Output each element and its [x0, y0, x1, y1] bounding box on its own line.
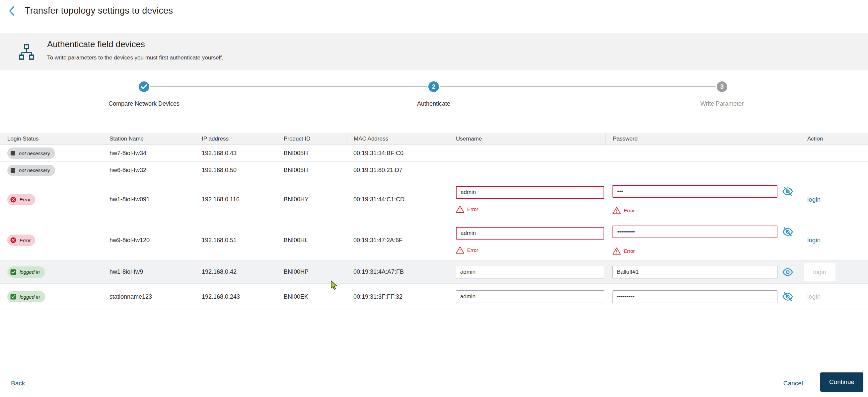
ip-address: 192.168.0.51 — [202, 237, 237, 244]
login-link[interactable]: login — [807, 196, 820, 203]
product-id: BNI00HP — [284, 268, 309, 276]
username-error-message: Error — [456, 205, 604, 213]
ip-address: 192.168.0.243 — [202, 293, 240, 300]
banner-title: Authenticate field devices — [47, 39, 223, 50]
mac-address: 00:19:31:80:21:D7 — [353, 167, 402, 174]
error-circle-icon — [10, 197, 16, 203]
warning-triangle-icon — [456, 246, 464, 254]
square-icon — [10, 168, 16, 173]
column-header-mac-address: MAC Address — [346, 133, 448, 144]
hide-password-button[interactable] — [781, 185, 795, 198]
table-row: Errorhw9-8iol-fw120192.168.0.51BNI00HL00… — [0, 220, 868, 260]
status-badge: logged in — [7, 266, 45, 278]
username-error-message: Error — [456, 246, 604, 254]
step-3-label: Write Parameter — [652, 100, 792, 107]
ip-address: 192.168.0.43 — [202, 150, 237, 157]
square-icon — [10, 150, 16, 156]
hide-password-button[interactable] — [781, 226, 795, 238]
page-header: Transfer topology settings to devices — [0, 0, 868, 22]
error-text: Error — [624, 208, 635, 213]
station-name: hw1-8iol-fw9 — [110, 268, 143, 276]
column-header-login-status: Login Status — [0, 133, 103, 144]
step-2-number: 2 — [432, 83, 435, 90]
table-row: logged inhw1-8iol-fw9192.168.0.42BNI00HP… — [0, 260, 868, 284]
step-2-label: Authenticate — [364, 100, 503, 107]
username-input[interactable] — [456, 290, 604, 303]
continue-button[interactable]: Continue — [820, 372, 863, 392]
eye-off-icon — [782, 186, 793, 197]
hide-password-button[interactable] — [781, 290, 795, 303]
step-2-circle: 2 — [427, 80, 440, 93]
station-name: hw6-8iol-fw32 — [110, 167, 146, 174]
status-label: logged in — [20, 294, 40, 300]
column-header-ip-address: IP address — [196, 133, 277, 144]
check-square-icon — [10, 294, 16, 300]
error-circle-icon — [10, 237, 16, 243]
status-badge: logged in — [7, 291, 45, 302]
login-button: login — [804, 263, 835, 281]
status-label: logged in — [20, 269, 40, 275]
password-input[interactable] — [613, 185, 777, 198]
product-id: BNI005H — [284, 150, 308, 157]
login-link[interactable]: login — [807, 236, 820, 244]
login-link: login — [813, 268, 826, 276]
column-header-product-id: Product ID — [277, 133, 346, 144]
footer: Back Cancel Continue — [0, 372, 868, 397]
username-input[interactable] — [456, 227, 604, 239]
step-1-circle — [138, 80, 150, 93]
eye-off-icon — [782, 291, 793, 302]
password-input[interactable] — [613, 266, 777, 278]
product-id: BNI00HL — [284, 237, 308, 244]
table-row: not necessaryhw6-8iol-fw32192.168.0.50BN… — [0, 162, 868, 179]
warning-triangle-icon — [613, 207, 621, 214]
product-id: BNI00HY — [284, 196, 309, 203]
cancel-link[interactable]: Cancel — [783, 380, 803, 387]
warning-triangle-icon — [613, 247, 621, 255]
table-row: not necessaryhw7-8iol-fw34192.168.0.43BN… — [0, 145, 868, 162]
check-square-icon — [10, 269, 16, 275]
error-text: Error — [624, 248, 635, 254]
column-header-action: Action — [796, 133, 868, 144]
eye-off-icon — [782, 226, 793, 237]
back-link[interactable]: Back — [11, 380, 25, 387]
username-input[interactable] — [456, 186, 604, 199]
mac-address: 00:19:31:3F:FF:32 — [353, 293, 402, 300]
status-badge: Error — [7, 194, 35, 205]
stepper: Compare Network Devices 2 Authenticate 3… — [0, 80, 868, 112]
step-3-number: 3 — [720, 83, 724, 90]
show-password-button[interactable] — [781, 266, 795, 278]
ip-address: 192.168.0.50 — [202, 167, 237, 174]
status-badge: not necessary — [7, 165, 55, 176]
password-error-message: Error — [613, 247, 795, 255]
column-header-station-name: Station Name — [103, 133, 196, 144]
station-name: stationname123 — [110, 293, 152, 300]
mac-address: 00:19:31:47:2A:6F — [353, 237, 402, 244]
error-text: Error — [467, 206, 478, 212]
mac-address: 00:19:31:4A:A7:FB — [353, 268, 404, 276]
product-id: BNI00EK — [284, 293, 308, 300]
check-icon — [141, 84, 147, 89]
password-error-message: Error — [613, 207, 795, 214]
page-title: Transfer topology settings to devices — [25, 6, 173, 16]
login-link: login — [807, 293, 820, 300]
step-3-circle: 3 — [716, 80, 728, 93]
table-row: Errorhw1-8iol-fw091192.168.0.116BNI00HY0… — [0, 179, 868, 220]
table-row: logged instationname123192.168.0.243BNI0… — [0, 284, 868, 310]
ip-address: 192.168.0.42 — [202, 268, 237, 276]
station-name: hw1-8iol-fw091 — [110, 196, 150, 203]
username-input[interactable] — [456, 266, 604, 278]
back-button[interactable] — [7, 6, 17, 16]
password-input[interactable] — [613, 226, 777, 238]
product-id: BNI005H — [284, 167, 308, 174]
status-label: not necessary — [19, 150, 50, 156]
column-header-username: Username — [448, 133, 606, 144]
mac-address: 00:19:31:34:BF:C0 — [353, 150, 403, 157]
status-label: Error — [20, 237, 31, 243]
table-body: not necessaryhw7-8iol-fw34192.168.0.43BN… — [0, 145, 868, 310]
station-name: hw9-8iol-fw120 — [110, 237, 150, 244]
topology-icon — [19, 44, 34, 62]
chevron-left-icon — [8, 6, 15, 16]
error-text: Error — [467, 247, 478, 253]
password-input[interactable] — [613, 290, 777, 303]
warning-triangle-icon — [456, 205, 464, 213]
